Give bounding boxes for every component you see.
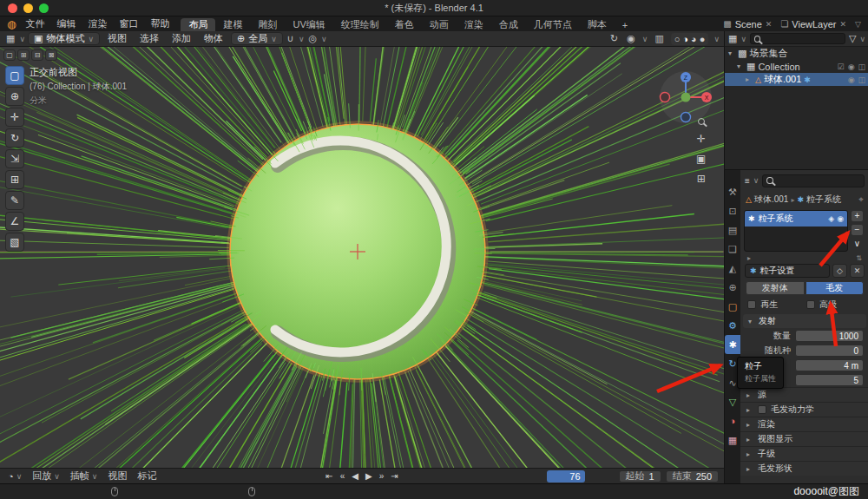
toggle-ortho-icon[interactable]: ⊞ [697,173,706,185]
workspace-tab-shading[interactable]: 着色 [387,18,422,31]
cursor-tool[interactable]: ⊕ [5,87,24,106]
segments-field[interactable]: 5 [795,374,864,386]
particle-render-toggle-icon[interactable]: ◈ [828,214,834,223]
measure-tool[interactable]: ∠ [5,212,24,231]
emission-section-header[interactable]: ▾ 发射 [743,314,866,328]
select-mode-subtract-icon[interactable]: ⊟ [31,49,43,61]
particle-specials-menu-icon[interactable]: ∨ [851,238,864,250]
workspace-tab-modeling[interactable]: 建模 [215,18,250,31]
section-render[interactable]: ▸ 渲染 [740,417,868,431]
workspace-tab-layout[interactable]: 布局 [181,18,215,31]
editor-type-icon[interactable]: ▦ [4,33,16,44]
list-filter-expand-icon[interactable]: ▸ [747,254,751,262]
particle-view-toggle-icon[interactable]: ◉ [837,214,844,223]
tab-render[interactable]: ⊡ [725,201,740,220]
play-reverse-button[interactable]: ◀ [352,471,358,481]
collection-hide-eye-icon[interactable]: ◉ [848,62,855,71]
menu-view[interactable]: 视图 [102,32,132,45]
shading-material-icon[interactable]: ◕ [691,34,697,44]
move-tool[interactable]: ✛ [5,108,24,127]
jump-to-start-button[interactable]: ⇤ [326,471,332,481]
section-viewport-display[interactable]: ▸ 视图显示 [740,431,868,446]
particle-system-list-item[interactable]: ✱ 粒子系统 ◈ ◉ [745,211,847,227]
outliner-row-object[interactable]: ▸ △ 球体.001 ✱ ◉ ◫ [725,73,868,86]
properties-search-input[interactable] [777,176,860,185]
select-mode-extend-icon[interactable]: ⊞ [17,49,30,61]
tab-view-layer[interactable]: ❏ [725,240,740,259]
shading-solid-icon[interactable]: ◑ [682,34,688,44]
emitter-toggle-button[interactable]: 发射体 [746,281,805,295]
menu-select[interactable]: 选择 [135,32,164,45]
expand-icon[interactable]: ▸ [746,76,753,83]
hair-dynamics-checkbox[interactable] [758,405,766,414]
workspace-tab-animation[interactable]: 动画 [422,18,457,31]
regrow-option[interactable]: 再生 [747,299,803,311]
workspace-tab-rendering[interactable]: 渲染 [457,18,491,31]
hair-toggle-button[interactable]: 毛发 [806,281,865,295]
pin-icon[interactable]: ⌖ [858,194,864,205]
workspace-tab-geometry-nodes[interactable]: 几何节点 [526,18,580,31]
expand-icon[interactable]: ▾ [737,62,744,70]
viewlayer-selector[interactable]: ❏ ViewLayer ✕ [780,19,846,30]
jump-to-end-button[interactable]: ⇥ [391,471,398,481]
outliner-row-scene-collection[interactable]: ▾ ▩ 场景集合 [725,47,868,60]
outliner-search[interactable] [750,33,845,44]
marker-menu[interactable]: 标记 [135,469,159,483]
camera-view-icon[interactable]: ▣ [696,153,706,165]
menu-help[interactable]: 帮助 [144,16,175,31]
outliner-editor-icon[interactable]: ▦ [728,33,737,44]
tab-output[interactable]: ▤ [725,220,740,240]
fake-user-shield-button[interactable]: ◇ [832,264,847,278]
workspace-add-button[interactable]: + [615,18,635,31]
object-render-icon[interactable]: ◫ [858,76,865,84]
tab-modifiers[interactable]: ⚙ [725,316,740,335]
viewlayer-unlink-icon[interactable]: ✕ [840,20,847,29]
next-keyframe-button[interactable]: » [379,471,385,481]
tab-particles[interactable]: ✱ [725,335,740,354]
workspace-tab-compositing[interactable]: 合成 [491,18,526,31]
scene-unlink-icon[interactable]: ✕ [766,20,773,29]
workspace-tab-uv[interactable]: UV编辑 [285,18,332,31]
menu-add[interactable]: 添加 [167,32,196,45]
tab-object[interactable]: ▢ [725,297,740,316]
list-sort-icon[interactable]: ⇅ [856,254,862,262]
collection-checkbox-icon[interactable]: ☑ [838,62,845,71]
snap-chevron-icon[interactable]: ∨ [299,35,305,43]
transform-orientation-selector[interactable]: ⊕ 全局 ∨ [231,32,283,45]
advanced-checkbox[interactable] [806,300,815,309]
count-field[interactable]: 1000 [795,330,864,342]
minimize-window-button[interactable] [23,3,33,13]
menu-window[interactable]: 窗口 [113,16,144,31]
viewport-3d[interactable]: ▢ ⊞ ⊟ ⊠ ▢ ⊕ ✛ ↻ ⇲ ⊞ ✎ ∠ ▧ 正交前视图 (76) Col… [0,47,724,468]
blender-logo-icon[interactable]: ◍ [7,18,16,30]
frame-end-field[interactable]: 结束 250 [666,470,719,483]
properties-editor-icon[interactable]: ≡ [745,176,750,186]
add-particle-system-button[interactable]: + [851,210,864,222]
section-hair-dynamics[interactable]: ▸ 毛发动力学 [740,402,868,417]
navigation-gizmo[interactable]: X Z [658,69,713,125]
properties-search[interactable] [762,174,865,187]
workspace-tab-texture-paint[interactable]: 纹理绘制 [333,18,387,31]
collection-render-icon[interactable]: ◫ [858,62,865,71]
tab-object-data[interactable]: ▽ [725,392,740,411]
add-cube-tool[interactable]: ▧ [5,233,24,252]
tab-world[interactable]: ⊕ [725,278,740,297]
section-source[interactable]: ▸ 源 [740,387,868,402]
gizmos-toggle-icon[interactable]: ↻ [608,33,620,44]
hair-length-field[interactable]: 4 m [795,359,864,371]
zoom-window-button[interactable] [39,3,49,13]
menu-object[interactable]: 物体 [199,32,228,45]
prev-keyframe-button[interactable]: « [340,471,345,481]
seed-field[interactable]: 0 [795,345,864,357]
outliner-search-input[interactable] [763,35,841,43]
menu-edit[interactable]: 编辑 [50,16,82,31]
menu-render[interactable]: 渲染 [82,16,113,31]
particle-settings-selector[interactable]: ✱ 粒子设置 [745,264,830,278]
xray-toggle-icon[interactable]: ▥ [653,33,665,44]
workspace-tab-scripting[interactable]: 脚本 [580,18,615,31]
scene-selector[interactable]: ▩ Scene ✕ [723,19,772,30]
mode-selector[interactable]: ▣ 物体模式 ∨ [28,32,100,45]
remove-particle-system-button[interactable]: − [851,224,864,236]
play-button[interactable]: ▶ [365,471,372,481]
rotate-tool[interactable]: ↻ [5,128,24,148]
